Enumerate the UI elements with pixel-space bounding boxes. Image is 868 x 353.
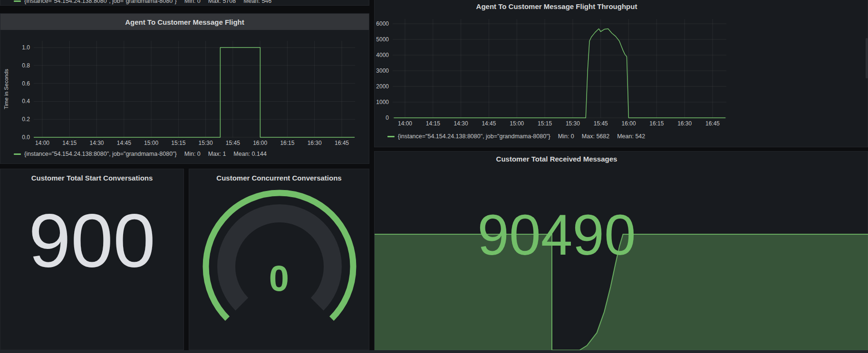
panel-message-flight-throughput: Agent To Customer Message Flight Through… (374, 0, 868, 147)
x-tick-label: 14:30 (90, 140, 104, 146)
page-scrollbar-thumb[interactable] (866, 38, 868, 78)
legend-series-name[interactable]: {instance="54.154.24.138:8080", job="gra… (24, 0, 177, 4)
legend-max: Max: 1 (208, 151, 226, 157)
y-tick-label: 3000 (376, 67, 389, 74)
legend-min: Min: 0 (184, 0, 201, 4)
panel-title[interactable]: Customer Total Received Messages (496, 155, 617, 163)
y-tick-label: 1.0 (22, 44, 30, 51)
y-tick-label: 0.4 (22, 98, 30, 105)
x-tick-label: 16:45 (705, 120, 720, 127)
panel-header[interactable]: Agent To Customer Message Flight (0, 14, 369, 30)
x-tick-label: 15:00 (510, 120, 524, 127)
x-tick-label: 14:15 (62, 140, 77, 146)
series-line (394, 29, 725, 118)
x-tick-label: 14:45 (482, 120, 496, 127)
panel-total-received-messages: Customer Total Received Messages 90490 (374, 151, 868, 350)
y-tick-label: 5000 (376, 36, 389, 43)
y-tick-label: 0.0 (22, 134, 30, 141)
legend-series-swatch (387, 136, 395, 137)
legend-max: Max: 5682 (582, 133, 609, 140)
y-tick-label: 0.2 (22, 116, 30, 123)
legend-series-name[interactable]: {instance="54.154.24.138:8080", job="gra… (398, 133, 550, 140)
x-tick-label: 16:45 (335, 140, 349, 146)
x-tick-label: 16:00 (622, 120, 636, 127)
y-tick-label: 2000 (376, 83, 389, 90)
x-tick-label: 14:30 (454, 120, 468, 127)
gauge-value: 0 (269, 259, 289, 297)
panel-title[interactable]: Agent To Customer Message Flight Through… (476, 2, 637, 10)
y-tick-label: 4000 (376, 52, 389, 58)
x-tick-label: 15:45 (226, 140, 240, 146)
x-tick-label: 14:45 (117, 140, 131, 146)
x-tick-label: 14:15 (426, 120, 440, 127)
x-tick-label: 16:30 (308, 140, 322, 146)
next-row-panel-edge (0, 350, 868, 353)
chart-legend: {instance="54.154.24.138:8080", job="gra… (387, 133, 645, 140)
y-tick-label: 0 (386, 114, 389, 121)
panel-total-start-conversations: Customer Total Start Conversations 900 (0, 169, 184, 350)
legend-mean: Mean: 546 (243, 0, 271, 4)
legend-series-name[interactable]: {instance="54.154.24.138:8080", job="gra… (24, 151, 177, 157)
x-tick-label: 15:15 (538, 120, 552, 127)
panel-title[interactable]: Agent To Customer Message Flight (125, 18, 244, 26)
x-tick-label: 16:30 (677, 120, 692, 127)
panel-concurrent-conversations: Customer Concurrent Conversations 0 (189, 169, 369, 350)
y-axis-label: Time in Seconds (3, 69, 9, 109)
legend-mean: Mean: 542 (617, 133, 645, 140)
x-tick-label: 15:30 (566, 120, 580, 127)
legend-max: Max: 5708 (208, 0, 236, 4)
y-tick-label: 1000 (376, 99, 389, 105)
x-tick-label: 15:00 (144, 140, 158, 146)
legend-min: Min: 0 (558, 133, 574, 140)
x-tick-label: 16:00 (253, 140, 267, 146)
panel-title[interactable]: Customer Concurrent Conversations (216, 174, 341, 182)
panel-message-flight: Agent To Customer Message Flight 1.00.80… (0, 13, 369, 164)
x-tick-label: 14:00 (35, 140, 49, 146)
legend-series-swatch (14, 153, 21, 155)
chart-legend: {instance="54.154.24.138:8080", job="gra… (14, 0, 271, 4)
chart-legend: {instance="54.154.24.138:8080", job="gra… (14, 151, 267, 157)
time-series-chart[interactable]: 1.00.80.60.40.20.014:0014:1514:3014:4515… (0, 30, 370, 164)
legend-series-swatch (14, 0, 21, 2)
x-tick-label: 15:45 (594, 120, 608, 127)
time-series-chart[interactable]: 600050004000300020001000014:0014:1514:30… (375, 13, 868, 132)
x-tick-label: 16:15 (649, 120, 664, 127)
y-tick-label: 0.6 (22, 80, 30, 87)
series-line (34, 48, 355, 137)
y-tick-label: 6000 (376, 20, 389, 27)
cut-panel-top: {instance="54.154.24.138:8080", job="gra… (0, 0, 369, 6)
panel-title[interactable]: Customer Total Start Conversations (31, 174, 153, 182)
x-tick-label: 16:15 (280, 140, 294, 146)
stat-value-received-messages: 90490 (477, 204, 636, 266)
x-tick-label: 15:15 (171, 140, 185, 146)
x-tick-label: 15:30 (199, 140, 213, 146)
stat-value-start-conversations: 900 (29, 200, 155, 281)
y-tick-label: 0.8 (22, 62, 30, 69)
x-tick-label: 14:00 (398, 120, 412, 127)
legend-min: Min: 0 (184, 151, 201, 157)
legend-mean: Mean: 0.144 (233, 151, 267, 157)
